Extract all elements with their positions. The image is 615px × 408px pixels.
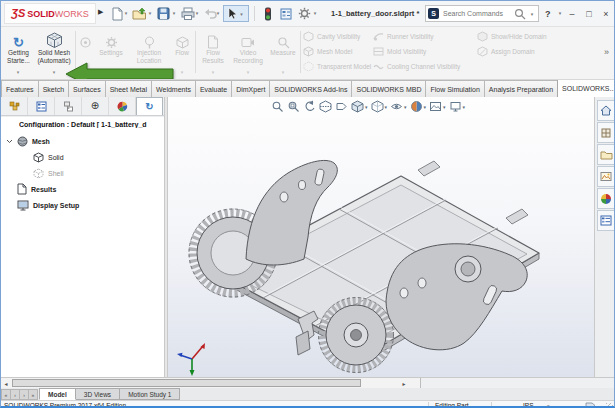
units-selector[interactable]: IPS	[523, 402, 533, 408]
tree-item-display-setup[interactable]: Display Setup	[5, 197, 160, 213]
tab-model[interactable]: Model	[39, 388, 76, 400]
tab-weldments[interactable]: Weldments	[151, 80, 196, 97]
help-button[interactable]: ?	[545, 9, 551, 19]
cavity-visibility-toggle[interactable]: Cavity Visibility	[303, 30, 371, 43]
traffic-light-button[interactable]	[259, 5, 276, 22]
options-gear-caret[interactable]: ▾	[311, 10, 319, 16]
view-palette-button[interactable]	[597, 166, 615, 187]
runner-visibility-toggle[interactable]: Runner Visibility	[373, 30, 460, 43]
tab-feature-manager[interactable]	[1, 97, 28, 115]
tree-item-mesh[interactable]: Mesh	[5, 133, 160, 149]
tab-motion-study-1[interactable]: Motion Study 1	[119, 388, 180, 400]
help-caret[interactable]: ▾	[556, 10, 564, 16]
custom-properties-button[interactable]	[597, 210, 615, 231]
undo-caret[interactable]: ▾	[214, 10, 222, 16]
tab-evaluate[interactable]: Evaluate	[195, 80, 232, 97]
tab-surfaces[interactable]: Surfaces	[68, 80, 106, 97]
tab-plastics-manager[interactable]: ↻	[136, 97, 163, 115]
search-input[interactable]	[441, 9, 512, 18]
tab-features[interactable]: Features	[1, 80, 39, 97]
tab-sheet-metal[interactable]: Sheet Metal	[105, 80, 152, 97]
ribbon-separator	[195, 31, 196, 73]
search-icon[interactable]	[514, 8, 526, 20]
save-caret[interactable]: ▾	[170, 10, 178, 16]
appearances-scenes-button[interactable]	[597, 188, 615, 209]
status-tag-button[interactable]	[585, 401, 596, 408]
mold-visibility-toggle[interactable]: Mold Visibility	[373, 45, 460, 58]
view-orientation-caret[interactable]: ▾	[365, 104, 368, 110]
ribbon-overflow-chevron[interactable]: »	[604, 47, 609, 57]
collapse-chevron-icon[interactable]	[5, 139, 13, 144]
tab-dimxpert[interactable]: DimXpert	[231, 80, 270, 97]
menu-flyout-icon[interactable]: ▶	[98, 8, 103, 16]
select-tool-button[interactable]: ▾	[223, 5, 249, 22]
tab-label: Sheet Metal	[110, 86, 147, 93]
apply-scene-caret[interactable]: ▾	[443, 104, 446, 110]
hide-show-items-caret[interactable]: ▾	[404, 104, 407, 110]
tab-flow-simulation[interactable]: Flow Simulation	[425, 80, 484, 97]
dropdown-caret[interactable]: ▾	[49, 69, 59, 75]
show-hide-domain-toggle[interactable]: Show/Hide Domain	[477, 30, 547, 43]
dropdown-caret[interactable]: ▾	[208, 69, 218, 75]
view-orientation-button[interactable]: ▾	[351, 100, 368, 113]
tab-analysis-preparation[interactable]: Analysis Preparation	[484, 80, 558, 97]
edit-appearance-caret[interactable]: ▾	[424, 104, 427, 110]
select-tool-caret[interactable]: ▾	[238, 11, 246, 17]
minimize-button[interactable]: –	[565, 7, 579, 21]
tab-solidworks-plastics[interactable]: SOLIDWORKS...	[557, 79, 614, 97]
tab-configuration-manager[interactable]	[55, 97, 82, 115]
previous-view-button[interactable]	[303, 100, 316, 113]
tab-dimxpert-manager[interactable]: ⊕	[82, 97, 109, 115]
status-bar: SOLIDWORKS Premium 2017 x64 Edition Edit…	[1, 400, 614, 408]
dropdown-caret[interactable]: ▾	[278, 69, 288, 75]
assign-domain-toggle[interactable]: Assign Domain	[477, 45, 547, 58]
close-button[interactable]: ×	[599, 7, 613, 21]
display-options-button[interactable]	[277, 5, 294, 22]
tab-sketch[interactable]: Sketch	[38, 80, 69, 97]
tree-item-solid[interactable]: Solid	[5, 149, 160, 165]
zoom-to-area-button[interactable]	[287, 100, 300, 113]
tab-display-manager[interactable]	[109, 97, 136, 115]
scroll-left-button[interactable]: ◄	[1, 379, 11, 388]
graphics-viewport[interactable]: ▾ ▾ ▾ ▾ ▾ ▾	[168, 97, 594, 377]
section-view-button[interactable]	[319, 100, 332, 113]
view-settings-button[interactable]: ▾	[449, 100, 466, 113]
search-scope-icon[interactable]: S	[428, 8, 439, 19]
design-library-button[interactable]	[597, 122, 615, 143]
new-document-caret[interactable]: ▾	[122, 10, 130, 16]
dropdown-caret[interactable]: ▾	[177, 69, 187, 75]
tab-solidworks-add-ins[interactable]: SOLIDWORKS Add-Ins	[269, 80, 352, 97]
last-tab-button[interactable]: »	[28, 389, 38, 400]
zoom-to-fit-button[interactable]	[271, 100, 284, 113]
units-caret[interactable]: ▾	[547, 403, 550, 408]
edit-appearance-button[interactable]: ▾	[410, 100, 427, 113]
cooling-channel-visibility-toggle[interactable]: Cooling Channel Visibility	[373, 60, 460, 73]
apply-scene-button[interactable]: ▾	[429, 100, 446, 113]
annotation-views-button[interactable]	[335, 100, 348, 113]
tab-solidworks-mbd[interactable]: SOLIDWORKS MBD	[351, 80, 426, 97]
file-explorer-button[interactable]	[597, 144, 615, 165]
resize-grip[interactable]	[606, 403, 613, 408]
view-settings-caret[interactable]: ▾	[463, 104, 466, 110]
maximize-button[interactable]: □	[582, 7, 596, 21]
transparent-model-toggle[interactable]: Transparent Model	[303, 60, 371, 73]
scrollbar-thumb[interactable]	[12, 379, 361, 387]
hide-show-items-button[interactable]: ▾	[390, 100, 407, 113]
search-caret[interactable]: ▾	[528, 11, 536, 17]
configuration-header[interactable]: Configuration : Default [ 1-1_battery_d	[19, 121, 164, 128]
solidworks-resources-button[interactable]	[597, 100, 615, 121]
video-recording-icon	[241, 36, 255, 49]
display-style-caret[interactable]: ▾	[385, 104, 388, 110]
tab-property-manager[interactable]	[28, 97, 55, 115]
tree-item-results[interactable]: Results	[5, 181, 160, 197]
tab-3d-views[interactable]: 3D Views	[75, 388, 120, 400]
open-caret[interactable]: ▾	[146, 10, 154, 16]
mesh-model-toggle[interactable]: Mesh Model	[303, 45, 371, 58]
tree-item-shell[interactable]: Shell	[5, 165, 160, 181]
dropdown-caret[interactable]: ▾	[243, 69, 253, 75]
display-style-button[interactable]: ▾	[371, 100, 388, 113]
dropdown-caret[interactable]: ▾	[13, 69, 23, 75]
print-caret[interactable]: ▾	[193, 10, 201, 16]
scroll-right-button[interactable]: ►	[399, 379, 409, 388]
model-canvas[interactable]	[168, 97, 594, 377]
